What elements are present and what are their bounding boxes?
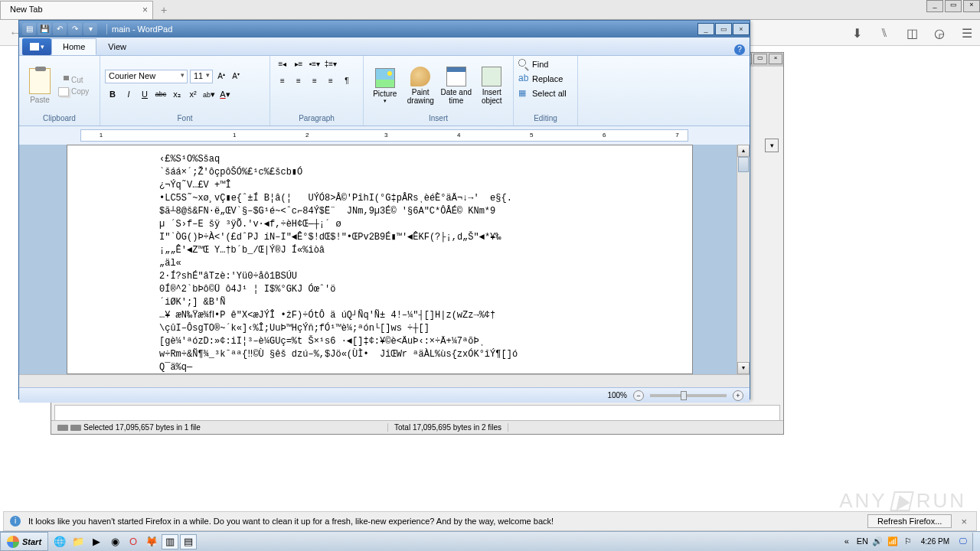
- taskbar-wordpad-icon[interactable]: ▤: [180, 534, 197, 549]
- taskbar-firefox-icon[interactable]: 🦊: [143, 534, 160, 549]
- paste-icon: [29, 68, 51, 94]
- tray-network-icon[interactable]: 📶: [887, 536, 898, 547]
- replace-button[interactable]: ab Replace: [518, 72, 563, 86]
- zoom-in-button[interactable]: +: [733, 390, 743, 401]
- document-page[interactable]: ‹£%S¹O%Sšaq `šáá×´;Ž'ôçpôŠÓ%£¹c%£šcb▮Ó ¿…: [67, 145, 693, 374]
- font-name-combo[interactable]: Courier New: [105, 70, 188, 83]
- show-desktop-button[interactable]: [972, 533, 980, 551]
- dec-indent-button[interactable]: ≡◂: [275, 57, 290, 71]
- disk-icon: [57, 425, 68, 431]
- insert-object-button[interactable]: Insert object: [475, 67, 509, 105]
- qa-redo-icon[interactable]: ↷: [68, 23, 82, 35]
- align-right-button[interactable]: ≡: [307, 74, 322, 88]
- find-icon: [518, 59, 529, 70]
- strike-button[interactable]: abc: [153, 86, 168, 102]
- tray-flag-icon[interactable]: ⚐: [903, 536, 913, 547]
- bold-button[interactable]: B: [105, 86, 120, 102]
- minimize-icon[interactable]: _: [926, 0, 943, 12]
- tray-monitor-icon[interactable]: 🖵: [957, 536, 968, 547]
- tray-lang-icon[interactable]: EN: [857, 536, 867, 547]
- close-icon[interactable]: ×: [963, 0, 980, 12]
- subscript-button[interactable]: x₂: [169, 86, 185, 102]
- italic-button[interactable]: I: [121, 86, 136, 102]
- zoom-slider-thumb[interactable]: [681, 391, 687, 400]
- browser-tab[interactable]: New Tab ×: [0, 1, 153, 19]
- align-center-button[interactable]: ≡: [291, 74, 306, 88]
- bg-close-icon[interactable]: ×: [769, 54, 782, 64]
- insert-label: Insert: [368, 114, 508, 124]
- wp-minimize-icon[interactable]: _: [697, 23, 714, 35]
- scroll-down-icon[interactable]: ▾: [737, 362, 750, 374]
- paragraph-dialog-button[interactable]: ¶: [339, 74, 354, 88]
- font-color-button[interactable]: A▾: [217, 86, 233, 102]
- qa-undo-icon[interactable]: ↶: [53, 23, 67, 35]
- ruler[interactable]: 1 1 2 3 4 5 6 7: [80, 129, 688, 142]
- account-icon[interactable]: ◶: [933, 26, 946, 40]
- taskbar-ie-icon[interactable]: 🌐: [51, 534, 68, 549]
- help-icon[interactable]: ?: [734, 44, 745, 55]
- tab-close-icon[interactable]: ×: [142, 5, 148, 15]
- new-tab-button[interactable]: +: [153, 1, 175, 19]
- taskbar-chrome-icon[interactable]: ◉: [106, 534, 123, 549]
- tab-title: New Tab: [10, 5, 43, 14]
- scroll-thumb[interactable]: [738, 157, 749, 172]
- select-all-icon: [518, 88, 529, 99]
- file-menu-button[interactable]: ▾: [22, 38, 51, 55]
- paste-button[interactable]: Paste: [24, 68, 56, 104]
- file-manager-statusbar: Selected 17,095,657 bytes in 1 file Tota…: [51, 420, 783, 434]
- horizontal-scrollbar[interactable]: [19, 374, 750, 387]
- maximize-icon[interactable]: ▭: [945, 0, 962, 12]
- start-button[interactable]: Start: [0, 532, 48, 551]
- superscript-button[interactable]: x²: [185, 86, 201, 102]
- wp-close-icon[interactable]: ×: [733, 23, 750, 35]
- document-text[interactable]: ‹£%S¹O%Sšaq `šáá×´;Ž'ôçpôŠÓ%£¹c%£šcb▮Ó ¿…: [159, 153, 692, 374]
- tab-home[interactable]: Home: [51, 38, 96, 55]
- scroll-up-icon[interactable]: ▴: [737, 145, 750, 157]
- qa-doc-icon[interactable]: ▤: [22, 23, 36, 35]
- sidebar-icon[interactable]: ◫: [905, 26, 919, 40]
- qa-save-icon[interactable]: 💾: [38, 23, 51, 35]
- taskbar: Start 🌐 📁 ▶ ◉ O 🦊 ▥ ▤ « EN 🔊 📶 ⚐ 4:26 PM…: [0, 531, 980, 551]
- taskbar-clock[interactable]: 4:26 PM: [918, 537, 952, 546]
- grow-font-button[interactable]: A▴: [215, 70, 227, 83]
- tab-view[interactable]: View: [96, 38, 138, 55]
- wordpad-titlebar[interactable]: ▤ 💾 ↶ ↷ ▾ main - WordPad _ ▭ ×: [19, 21, 750, 37]
- tray-volume-icon[interactable]: 🔊: [872, 536, 883, 547]
- justify-button[interactable]: ≡: [323, 74, 338, 88]
- taskbar-explorer-icon[interactable]: 📁: [70, 534, 87, 549]
- select-all-button[interactable]: Select all: [518, 86, 567, 100]
- bullets-button[interactable]: ▪≡▾: [307, 57, 322, 71]
- underline-button[interactable]: U: [137, 86, 152, 102]
- taskbar-opera-icon[interactable]: O: [125, 534, 142, 549]
- wordpad-window: ▤ 💾 ↶ ↷ ▾ main - WordPad _ ▭ × ▾ Home Vi…: [18, 20, 750, 399]
- tray-chevron-icon[interactable]: «: [841, 536, 852, 547]
- font-size-combo[interactable]: 11: [190, 70, 213, 83]
- wp-maximize-icon[interactable]: ▭: [715, 23, 732, 35]
- notification-close-icon[interactable]: ×: [958, 516, 970, 527]
- menu-icon[interactable]: ☰: [960, 26, 974, 40]
- taskbar-media-icon[interactable]: ▶: [88, 534, 105, 549]
- library-icon[interactable]: ⑊: [877, 26, 891, 40]
- line-spacing-button[interactable]: ‡≡▾: [323, 57, 338, 71]
- wordpad-statusbar: 100% − +: [19, 387, 750, 403]
- zoom-out-button[interactable]: −: [633, 390, 644, 401]
- highlight-button[interactable]: ab▾: [201, 86, 217, 102]
- zoom-slider[interactable]: [650, 394, 727, 397]
- downloads-icon[interactable]: ⬇: [850, 26, 864, 40]
- insert-picture-button[interactable]: Picture ▾: [368, 68, 402, 104]
- bg-maximize-icon[interactable]: ▭: [753, 54, 767, 64]
- wordpad-title: main - WordPad: [112, 24, 172, 34]
- date-time-button[interactable]: Date and time: [439, 67, 473, 105]
- selected-bytes-label: Selected 17,095,657 bytes in 1 file: [83, 423, 201, 432]
- replace-icon: ab: [518, 73, 529, 84]
- bg-dropdown[interactable]: ▾: [765, 139, 779, 152]
- taskbar-app1-icon[interactable]: ▥: [162, 534, 178, 549]
- qa-dropdown-icon[interactable]: ▾: [83, 23, 97, 35]
- inc-indent-button[interactable]: ▸≡: [291, 57, 306, 71]
- align-left-button[interactable]: ≡: [275, 74, 290, 88]
- paint-drawing-button[interactable]: Paint drawing: [404, 67, 438, 105]
- shrink-font-button[interactable]: A▾: [230, 70, 242, 83]
- refresh-firefox-button[interactable]: Refresh Firefox...: [867, 514, 952, 528]
- find-button[interactable]: Find: [518, 57, 548, 71]
- vertical-scrollbar[interactable]: ▴ ▾: [737, 145, 750, 374]
